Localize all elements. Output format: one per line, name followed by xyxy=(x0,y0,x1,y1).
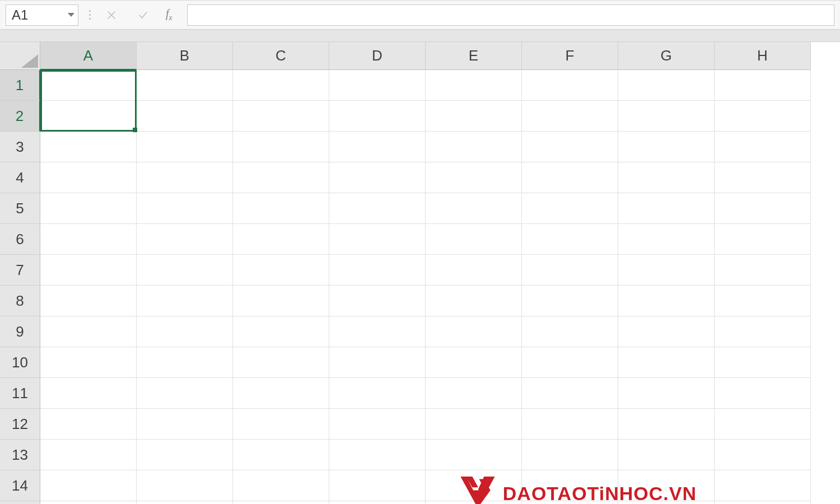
cell[interactable] xyxy=(40,316,137,347)
cell[interactable] xyxy=(618,132,715,162)
row-header[interactable]: 6 xyxy=(0,224,40,255)
cancel-button[interactable] xyxy=(101,4,122,26)
cell[interactable] xyxy=(233,132,329,162)
cell[interactable] xyxy=(618,224,715,255)
cell[interactable] xyxy=(233,193,329,224)
column-header[interactable]: G xyxy=(618,42,715,70)
cell[interactable] xyxy=(426,101,522,132)
cell[interactable] xyxy=(715,255,811,286)
cell[interactable] xyxy=(40,101,137,132)
cell[interactable] xyxy=(329,70,426,101)
cell[interactable] xyxy=(426,409,522,440)
cell[interactable] xyxy=(329,316,426,347)
cell[interactable] xyxy=(715,193,811,224)
row-header[interactable]: 7 xyxy=(0,255,40,286)
cell[interactable] xyxy=(40,347,137,378)
cell[interactable] xyxy=(233,378,329,409)
row-header[interactable]: 1 xyxy=(0,70,40,101)
cell[interactable] xyxy=(522,501,618,504)
cell[interactable] xyxy=(522,255,618,286)
cell[interactable] xyxy=(329,255,426,286)
column-header[interactable]: A xyxy=(40,42,137,70)
select-all-corner[interactable] xyxy=(0,42,40,70)
cell[interactable] xyxy=(426,378,522,409)
cell[interactable] xyxy=(618,70,715,101)
cell[interactable] xyxy=(137,470,233,501)
row-header[interactable]: 12 xyxy=(0,409,40,440)
cell[interactable] xyxy=(426,347,522,378)
row-header[interactable]: 14 xyxy=(0,470,40,501)
cell[interactable] xyxy=(426,440,522,470)
cell[interactable] xyxy=(618,316,715,347)
column-header[interactable]: E xyxy=(426,42,522,70)
row-header[interactable]: 2 xyxy=(0,101,40,132)
cell[interactable] xyxy=(40,286,137,316)
cell[interactable] xyxy=(329,440,426,470)
row-header[interactable]: 15 xyxy=(0,501,40,504)
cell[interactable] xyxy=(137,501,233,504)
cell[interactable] xyxy=(329,193,426,224)
cell[interactable] xyxy=(715,101,811,132)
cell[interactable] xyxy=(426,501,522,504)
cell[interactable] xyxy=(522,316,618,347)
cell[interactable] xyxy=(233,501,329,504)
cell[interactable] xyxy=(40,255,137,286)
cell[interactable] xyxy=(522,162,618,193)
cell[interactable] xyxy=(618,347,715,378)
cell[interactable] xyxy=(329,286,426,316)
cell[interactable] xyxy=(715,409,811,440)
cell[interactable] xyxy=(137,316,233,347)
cell[interactable] xyxy=(233,255,329,286)
cell[interactable] xyxy=(233,316,329,347)
cell[interactable] xyxy=(715,224,811,255)
cell[interactable] xyxy=(40,470,137,501)
cell[interactable] xyxy=(233,440,329,470)
cell[interactable] xyxy=(233,470,329,501)
cell[interactable] xyxy=(137,224,233,255)
cell[interactable] xyxy=(329,224,426,255)
cell[interactable] xyxy=(522,101,618,132)
cell[interactable] xyxy=(426,316,522,347)
cell[interactable] xyxy=(715,347,811,378)
cell[interactable] xyxy=(522,378,618,409)
cell[interactable] xyxy=(233,286,329,316)
cell[interactable] xyxy=(137,409,233,440)
cell[interactable] xyxy=(715,440,811,470)
cell[interactable] xyxy=(137,132,233,162)
cell[interactable] xyxy=(618,162,715,193)
cell[interactable] xyxy=(137,347,233,378)
cell[interactable] xyxy=(137,378,233,409)
cell[interactable] xyxy=(715,378,811,409)
column-header[interactable]: C xyxy=(233,42,329,70)
cell[interactable] xyxy=(715,132,811,162)
row-header[interactable]: 9 xyxy=(0,316,40,347)
cell[interactable] xyxy=(233,409,329,440)
column-header[interactable]: D xyxy=(329,42,426,70)
cell[interactable] xyxy=(618,440,715,470)
cell[interactable] xyxy=(426,470,522,501)
cell[interactable] xyxy=(522,470,618,501)
cell[interactable] xyxy=(522,440,618,470)
cell[interactable] xyxy=(40,378,137,409)
cell[interactable] xyxy=(618,378,715,409)
cell[interactable] xyxy=(426,70,522,101)
cell[interactable] xyxy=(426,132,522,162)
cell[interactable] xyxy=(40,70,137,101)
cell[interactable] xyxy=(40,440,137,470)
cell[interactable] xyxy=(618,286,715,316)
row-header[interactable]: 3 xyxy=(0,132,40,162)
cell[interactable] xyxy=(618,193,715,224)
cell[interactable] xyxy=(137,101,233,132)
cell[interactable] xyxy=(522,286,618,316)
column-header[interactable]: H xyxy=(715,42,811,70)
cell[interactable] xyxy=(522,347,618,378)
cell[interactable] xyxy=(233,70,329,101)
cell[interactable] xyxy=(715,501,811,504)
cell[interactable] xyxy=(426,162,522,193)
cell[interactable] xyxy=(137,286,233,316)
column-header[interactable]: B xyxy=(137,42,233,70)
cell[interactable] xyxy=(40,193,137,224)
cell[interactable] xyxy=(137,70,233,101)
cell[interactable] xyxy=(233,224,329,255)
cell[interactable] xyxy=(233,347,329,378)
